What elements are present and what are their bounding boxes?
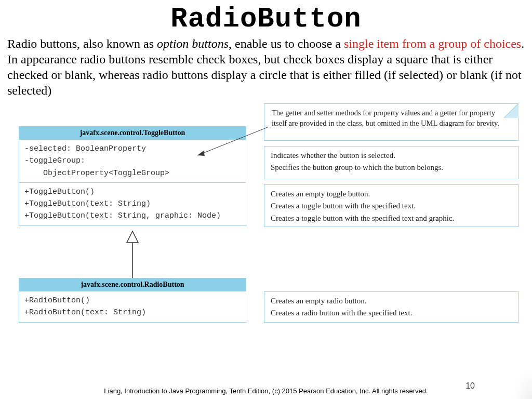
dog-ear-icon [504, 103, 518, 118]
footer-copyright: Liang, Introduction to Java Programming,… [0, 387, 532, 395]
uml-note-text: The getter and setter methods for proper… [272, 109, 499, 127]
svg-marker-3 [127, 231, 138, 243]
uml-attribute: -toggleGroup: [24, 155, 241, 167]
desc-line: Creates an empty radio button. [271, 295, 512, 307]
uml-operation: +ToggleButton(text: String, graphic: Nod… [24, 210, 241, 222]
uml-attributes: -selected: BooleanProperty -toggleGroup:… [19, 140, 246, 182]
uml-operations: +ToggleButton() +ToggleButton(text: Stri… [19, 182, 246, 225]
uml-class-header: javafx.scene.control.RadioButton [19, 278, 246, 291]
intro-paragraph: Radio buttons, also known as option butt… [0, 35, 532, 98]
uml-attribute: ObjectProperty<ToggleGroup> [24, 167, 241, 179]
uml-desc-togglebutton-ops: Creates an empty toggle button. Creates … [264, 184, 518, 227]
desc-line: Specifies the button group to which the … [271, 162, 512, 174]
desc-line: Creates a radio button with the specifie… [271, 307, 512, 319]
desc-line: Creates a toggle button with the specifi… [271, 212, 512, 224]
uml-operation: +RadioButton(text: String) [24, 307, 241, 318]
uml-operation: +ToggleButton() [24, 186, 241, 198]
uml-operations: +RadioButton() +RadioButton(text: String… [19, 291, 246, 322]
uml-class-togglebutton: javafx.scene.control.ToggleButton -selec… [19, 126, 246, 226]
uml-desc-radiobutton-ops: Creates an empty radio button. Creates a… [264, 291, 518, 323]
uml-operation: +ToggleButton(text: String) [24, 198, 241, 210]
intro-text: , enable us to choose a [229, 37, 344, 50]
intro-red: single item from a group of choices [344, 37, 521, 50]
slide-title: RadioButton [0, 3, 532, 35]
uml-desc-togglebutton-attrs: Indicates whether the button is selected… [264, 146, 518, 179]
uml-attribute: -selected: BooleanProperty [24, 143, 241, 155]
desc-line: Creates a toggle button with the specifi… [271, 200, 512, 212]
uml-class-header: javafx.scene.control.ToggleButton [19, 127, 246, 140]
desc-line: Indicates whether the button is selected… [271, 150, 512, 162]
uml-diagram-area: The getter and setter methods for proper… [0, 103, 532, 374]
desc-line: Creates an empty toggle button. [271, 188, 512, 200]
uml-operation: +RadioButton() [24, 295, 241, 307]
intro-italic: option buttons [157, 37, 229, 50]
uml-class-radiobutton: javafx.scene.control.RadioButton +RadioB… [19, 278, 246, 323]
intro-text: Radio buttons, also known as [7, 37, 157, 50]
uml-note: The getter and setter methods for proper… [264, 103, 518, 141]
